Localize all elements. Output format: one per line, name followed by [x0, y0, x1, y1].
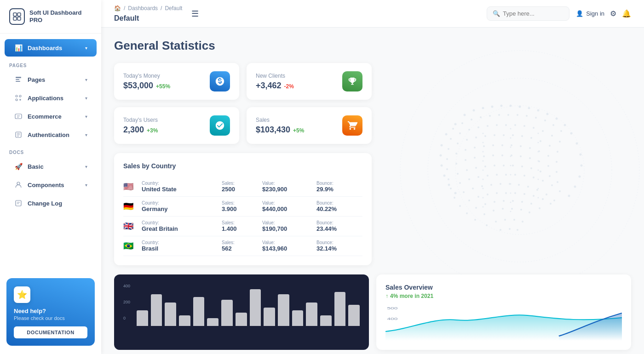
search-icon: 🔍 [493, 10, 500, 17]
chevron-down-icon: ▾ [85, 164, 87, 169]
settings-icon[interactable]: ⚙ [610, 9, 616, 18]
help-star-icon: ⭐ [14, 286, 30, 303]
country-table: 🇺🇸 Country: United State Sales: 2500 Val… [123, 177, 362, 256]
breadcrumb: 🏠 / Dashboards / Default Default [114, 5, 182, 23]
svg-text:400: 400 [387, 317, 397, 321]
stat-icon-money [210, 71, 230, 91]
sidebar-item-label: Dashboards [28, 45, 62, 51]
bar [151, 294, 162, 326]
stats-grid: Today's Money $53,000 +55% New Clients [114, 63, 372, 144]
changelog-icon [14, 199, 23, 208]
trend-up-icon: ↑ [385, 293, 388, 299]
value-col-label: Value: [262, 200, 313, 206]
stat-label-clients: New Clients [256, 73, 294, 79]
sidebar-item-label: Components [28, 182, 64, 188]
help-subtitle: Please check our docs [14, 315, 87, 321]
bar [306, 303, 317, 326]
country-name: Brasil [142, 245, 218, 252]
topbar-right: 🔍 👤 Sign in ⚙ 🔔 [487, 6, 631, 21]
stat-card-money: Today's Money $53,000 +55% [114, 63, 239, 100]
sidebar-item-dashboards[interactable]: 📊 Dashboards ▾ [5, 39, 97, 57]
sales-overview-subtitle-text: 4% more in 2021 [390, 293, 433, 299]
sidebar-item-label: Change Log [28, 200, 62, 207]
country-name: Germany [142, 206, 218, 212]
sales-value: 562 [222, 245, 259, 252]
bell-icon[interactable]: 🔔 [622, 9, 631, 18]
app-name: Soft UI Dashboard PRO [29, 9, 92, 23]
bar [320, 315, 332, 326]
svg-point-7 [16, 95, 17, 97]
bounce-value: 23.44% [316, 225, 362, 232]
sidebar-item-label: Ecommerce [28, 113, 62, 120]
logo-icon [9, 8, 25, 25]
dashboards-icon: 📊 [14, 43, 23, 52]
help-card: ⭐ Need help? Please check our docs DOCUM… [6, 278, 95, 346]
breadcrumb-current: Default [165, 5, 182, 11]
main-area: 🏠 / Dashboards / Default Default ☰ 🔍 👤 S… [101, 0, 644, 354]
bounce-value: 32.14% [316, 245, 362, 252]
country-col-label: Country: [142, 220, 218, 225]
breadcrumb-dashboards[interactable]: Dashboards [128, 5, 158, 11]
country-value: $190,700 [262, 225, 313, 232]
svg-rect-10 [15, 114, 22, 119]
bar-chart-card: 400 200 0 [114, 274, 369, 350]
value-col-label: Value: [262, 240, 313, 245]
stat-label-users: Today's Users [123, 117, 158, 123]
basic-icon: 🚀 [14, 162, 23, 171]
stat-card-sales: Sales $103,430 +5% [247, 107, 372, 144]
svg-rect-3 [17, 17, 21, 20]
search-box[interactable]: 🔍 [487, 6, 569, 21]
svg-rect-1 [17, 13, 21, 16]
bounce-col-label: Bounce: [316, 240, 362, 245]
svg-rect-13 [16, 200, 21, 206]
y-label-0: 0 [123, 316, 130, 320]
sidebar-item-pages[interactable]: Pages ▾ [5, 71, 97, 88]
sidebar-item-components[interactable]: Components ▾ [5, 176, 97, 194]
stat-label-sales: Sales [256, 117, 304, 123]
applications-icon [14, 93, 23, 103]
chevron-down-icon: ▾ [85, 96, 87, 101]
sidebar-item-changelog[interactable]: Change Log [5, 194, 97, 212]
country-value: $230,900 [262, 186, 313, 193]
bar [278, 294, 289, 326]
svg-text:500: 500 [387, 306, 397, 310]
chevron-down-icon: ▾ [85, 77, 87, 82]
section-docs-label: DOCS [0, 144, 101, 157]
sidebar: Soft UI Dashboard PRO 📊 Dashboards ▾ PAG… [0, 0, 101, 354]
topbar-actions: 👤 Sign in ⚙ 🔔 [576, 9, 631, 18]
bounce-col-label: Bounce: [316, 220, 362, 225]
stat-card-clients: New Clients +3,462 -2% [247, 63, 372, 100]
sales-overview-subtitle: ↑ 4% more in 2021 [385, 293, 622, 299]
sales-col-label: Sales: [222, 200, 259, 206]
bounce-value: 29.9% [316, 186, 362, 193]
country-col-label: Country: [142, 200, 218, 206]
bar [250, 289, 261, 326]
country-name: Great Britain [142, 225, 218, 232]
search-input[interactable] [503, 10, 563, 17]
sidebar-item-basic[interactable]: 🚀 Basic ▾ [5, 158, 97, 175]
sidebar-item-ecommerce[interactable]: Ecommerce ▾ [5, 108, 97, 125]
stat-change-sales: +5% [293, 127, 304, 134]
stat-value-clients: +3,462 [256, 81, 282, 91]
menu-toggle-icon[interactable]: ☰ [191, 9, 199, 19]
country-col-label: Country: [142, 240, 218, 245]
country-col-label: Country: [142, 181, 218, 186]
sales-col-label: Sales: [222, 220, 259, 225]
sidebar-item-label: Applications [28, 95, 63, 102]
authentication-icon [14, 130, 23, 139]
ecommerce-icon [14, 112, 23, 121]
bounce-value: 40.22% [316, 206, 362, 212]
stat-label-money: Today's Money [123, 73, 170, 79]
stat-change-clients: -2% [284, 83, 294, 90]
sales-value: 2500 [222, 186, 259, 193]
chevron-down-icon: ▾ [85, 46, 87, 51]
chevron-down-icon: ▾ [85, 114, 87, 119]
sidebar-logo: Soft UI Dashboard PRO [0, 0, 101, 34]
documentation-button[interactable]: DOCUMENTATION [14, 326, 87, 338]
sidebar-item-applications[interactable]: Applications ▾ [5, 89, 97, 107]
stat-change-users: +3% [147, 127, 158, 134]
sidebar-item-authentication[interactable]: Authentication ▾ [5, 126, 97, 143]
sales-col-label: Sales: [222, 240, 259, 245]
signin-button[interactable]: 👤 Sign in [576, 10, 604, 17]
y-label-200: 200 [123, 300, 130, 304]
